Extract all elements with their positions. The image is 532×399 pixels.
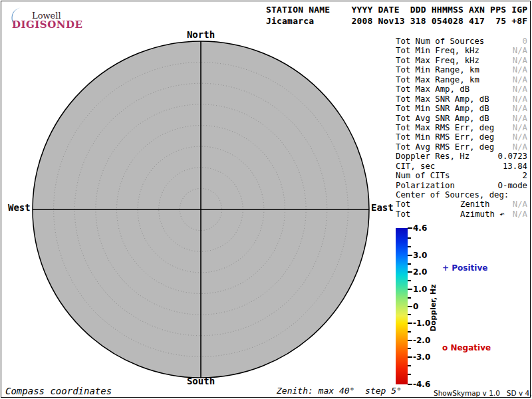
stat-row: Tot Min Freq, kHzN/A [396, 46, 529, 55]
stat-row: Tot Min Range, kmN/A [396, 65, 529, 74]
stat-row: Tot Avg RMS Err, degN/A [396, 142, 529, 152]
stat-label: Tot Min RMS Err, deg [396, 132, 494, 142]
stat-row: CIT, sec13.84 [396, 162, 529, 171]
stat-label: Tot Avg SNR Amp, dB [396, 114, 489, 123]
stat-label: Polarization [396, 181, 455, 190]
footer-version: ShowSkymap v 1.0 SD v 4.2 [434, 389, 532, 397]
compass-label-east: East [371, 202, 394, 213]
stat-label: CIT, sec [396, 162, 435, 171]
colorbar-axis-label: Doppler, Hz [429, 284, 438, 331]
stat-label: Tot Max Freq, kHz [396, 56, 479, 65]
stat-label: Tot Num of Sources [396, 37, 484, 46]
stats-table: Tot Num of Sources0Tot Min Freq, kHzN/AT… [396, 37, 529, 219]
stat-value: N/A [513, 46, 527, 55]
stat-value: 0.0723 [498, 152, 527, 161]
stat-row: TotZenithN/A [396, 200, 529, 209]
stat-label: Tot [396, 209, 410, 219]
stat-value: N/A [513, 84, 527, 94]
stat-value: N/A [513, 123, 527, 132]
stat-row: Tot Max Freq, kHzN/A [396, 56, 529, 65]
colorbar-gradient [396, 228, 408, 384]
stat-label: Tot Avg RMS Err, deg [396, 142, 494, 152]
stat-row: Tot Max Range, kmN/A [396, 75, 529, 84]
stat-label: Num of CITs [396, 171, 450, 180]
stat-row: Num of CITs2 [396, 171, 529, 180]
stat-value: 0 [523, 37, 527, 46]
stat-row: Doppler Res, Hz0.0723 [396, 152, 529, 161]
legend-negative: o Negative [442, 343, 491, 352]
legend-positive: + Positive [442, 263, 487, 273]
stat-sublabel: Zenith [460, 200, 489, 209]
stat-value: N/A [513, 132, 527, 142]
stat-value: N/A [513, 56, 527, 65]
stat-label: Tot Max Range, km [396, 75, 479, 84]
stat-label: Tot Min SNR Amp, dB [396, 104, 489, 113]
stat-label: Tot Max Amp, dB [396, 84, 469, 94]
footer-zenith-info: Zenith: max 40° step 5° [277, 386, 402, 396]
compass-label-south: South [187, 376, 215, 386]
stat-label: Tot Max SNR Amp, dB [396, 94, 489, 104]
compass-label-north: North [187, 29, 215, 40]
stat-row: Tot Max Amp, dBN/A [396, 84, 529, 94]
stat-value: 2 [523, 171, 527, 180]
stat-label: Tot Min Freq, kHz [396, 46, 479, 55]
stat-value: 13.84 [503, 162, 527, 171]
skymap-app: Lowell DIGISONDE STATION NAME YYYY DATE … [0, 0, 532, 399]
stat-value: N/A [513, 75, 527, 84]
stat-row: Tot Num of Sources0 [396, 37, 529, 46]
stat-row: Tot Avg SNR Amp, dBN/A [396, 114, 529, 123]
stat-row: Tot Min SNR Amp, dBN/A [396, 104, 529, 113]
stat-value: N/A [513, 104, 527, 113]
stat-row: TotAzimuth ↶N/A [396, 209, 529, 219]
footer-coordinates: Compass coordinates [5, 386, 112, 396]
stat-value: N/A [513, 94, 527, 104]
stat-row: Tot Max RMS Err, degN/A [396, 123, 529, 132]
stat-value: N/A [513, 114, 527, 123]
stat-value: N/A [513, 142, 527, 152]
stat-sublabel: Azimuth ↶ [460, 209, 505, 219]
stat-label: Tot [396, 200, 410, 209]
stat-row: Tot Max SNR Amp, dBN/A [396, 94, 529, 104]
stat-value: N/A [513, 65, 527, 74]
stat-row: Tot Min RMS Err, degN/A [396, 132, 529, 142]
stat-label: Center of Sources, deg: [396, 190, 509, 200]
stat-value: N/A [513, 200, 527, 209]
stat-label: Tot Min Range, km [396, 65, 479, 74]
stat-value: N/A [513, 209, 527, 219]
compass-label-west: West [8, 202, 31, 213]
stat-row: PolarizationO-mode [396, 181, 529, 190]
stat-label: Doppler Res, Hz [396, 152, 469, 161]
stat-label: Tot Max RMS Err, deg [396, 123, 494, 132]
stat-value: O-mode [498, 181, 527, 190]
stat-row: Center of Sources, deg: [396, 190, 529, 200]
